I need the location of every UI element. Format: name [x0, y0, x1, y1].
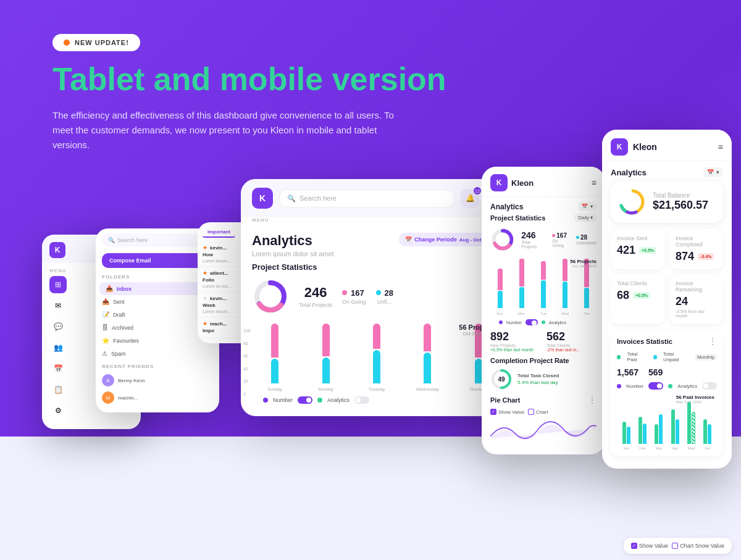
ps2-stat-unfinished: 28 Unfinished	[576, 234, 597, 245]
ps2-bar-p4	[563, 259, 567, 281]
completion-section: Completion Project Rate 49 Total Task Cl…	[482, 352, 605, 390]
total-unpaid-label: Total Unpaid	[663, 351, 689, 362]
search-icon-center: 🔍	[287, 194, 296, 203]
pie-section: Pie Chart ⋮ Show Value Chart	[482, 390, 605, 448]
rbc-g-jun	[701, 395, 714, 444]
total-task-label: Total Task Closed	[517, 373, 559, 378]
bar-cyan-sunday	[271, 359, 278, 383]
new-projects-change: +0.5% than last month	[490, 348, 540, 352]
analytics2-title: Analytics	[490, 203, 523, 211]
sent-icon: 📤	[102, 298, 109, 305]
snow-show-value-check	[631, 543, 637, 549]
stats-row: 246 Total Projects 167 On Going 28 Unfi.…	[252, 278, 501, 315]
toggle-number-label: Number	[273, 397, 293, 403]
device-analytics-center: K 🔍 Search here 🔔 12 👥 5 MENU Analytics …	[241, 179, 513, 416]
rbc-green-mar	[655, 424, 658, 444]
total-clients-change: -2% than last m...	[546, 348, 597, 352]
center-menu-label: MENU	[241, 217, 513, 225]
center-search-placeholder: Search here	[299, 194, 337, 202]
email-sender-2: allient...	[210, 270, 228, 276]
inbox-icon: 📥	[106, 285, 113, 292]
sidebar-nav-dashboard[interactable]: ⊞	[49, 276, 67, 293]
folders-search[interactable]: 🔍 Search here	[102, 233, 213, 247]
inv-more-icon[interactable]: ⋮	[708, 336, 717, 346]
star-icon-1: ★	[203, 244, 207, 251]
y-axis: 100 80 60 40 20 0	[243, 328, 251, 396]
total-projects-num: 246	[299, 285, 332, 301]
show-value-checkbox[interactable]: Show Value	[490, 409, 524, 415]
ps2-daily[interactable]: Daily ▾	[574, 214, 597, 222]
inv-stat-controls: ⋮	[708, 336, 717, 346]
analytics-title-row: Analytics Lorem ipsum dolor sit amet 📅 C…	[241, 225, 513, 262]
analytics2-header: Analytics 📅 ▾	[482, 197, 605, 214]
rbc-teal-jun	[708, 424, 711, 444]
rbc-labels: Jan Feb Mar Apr May Jun	[617, 444, 717, 450]
inv-numbers: 1,567 569	[617, 367, 717, 377]
sidebar-nav-mail[interactable]: ✉	[49, 297, 67, 314]
ps2-bg-2	[512, 259, 532, 308]
project-stats-section: Project Statistics 246 Total Projects 16…	[241, 262, 513, 315]
favourites-icon: ⭐	[102, 337, 109, 344]
right-analytics-header: Analytics 📅 ▾	[602, 161, 732, 181]
ps2-donut-chart	[490, 227, 515, 253]
center-search[interactable]: 🔍 Search here	[279, 190, 454, 207]
snow-show-value-label: Show Value	[639, 543, 668, 549]
ps2-stat-ongoing: 167 On Going	[552, 232, 570, 248]
completion-num: 49	[498, 376, 504, 383]
chart-snow-show-value[interactable]: Show Value	[631, 543, 668, 549]
invoice-completed-label: Invoice Completed	[676, 235, 717, 248]
pie-title: Pie Chart	[490, 396, 520, 404]
ps2-bar-chart-wrapper: 56 Projects Oct 14th, 2020	[490, 259, 597, 308]
invoice-grid: Invoice Sent 421 +0.5% Invoice Completed…	[602, 229, 732, 324]
ps2-ongoing-label: On Going	[552, 239, 570, 248]
inv-number-toggle[interactable]	[648, 382, 663, 390]
invoice-completed-row: 874 -0.4%	[676, 250, 717, 263]
invoice-remaining-value: 24	[676, 295, 688, 308]
sidebar-nav-chat[interactable]: 💬	[49, 318, 67, 335]
completion-row: 49 Total Task Closed 5.4% than last day	[490, 368, 597, 390]
badge-dot	[64, 40, 70, 46]
date-filter-right2[interactable]: 📅 ▾	[578, 202, 597, 211]
center-header: K 🔍 Search here 🔔 12 👥 5	[241, 179, 513, 217]
chart-checkbox[interactable]: Chart	[528, 409, 548, 415]
hamburger-right2[interactable]: ≡	[592, 178, 597, 188]
ps2-toggle-dot2	[542, 320, 545, 324]
chart-label-pc: Chart	[536, 409, 548, 415]
calendar-icon: 📅	[405, 236, 412, 243]
compose-email-button[interactable]: Compose Email	[102, 253, 213, 268]
hamburger-right[interactable]: ≡	[718, 142, 723, 152]
sidebar-nav-settings[interactable]: ⚙	[49, 402, 67, 419]
ps2-toggle-switch[interactable]	[525, 319, 538, 325]
np-row: 892 New Projects +0.5% than last month 5…	[490, 330, 597, 352]
email-tab-important[interactable]: Important	[203, 227, 235, 238]
show-value-label: Show Value	[498, 409, 524, 415]
sidebar-nav-calendar[interactable]: 📅	[49, 360, 67, 377]
inv-analytics-toggle[interactable]	[702, 382, 717, 390]
sidebar-nav-users[interactable]: 👥	[49, 339, 67, 356]
archive-icon: 🗄	[102, 324, 108, 331]
monthly-filter[interactable]: Monthly	[695, 354, 717, 361]
ps2-bar-p3	[541, 261, 546, 280]
invoice-remaining-card: Invoice Remaining 24 -0.5% from last mon…	[669, 274, 723, 324]
stat-unfinished: 28 Unfi...	[376, 288, 393, 305]
right-date-filter[interactable]: 📅 ▾	[703, 167, 723, 177]
unfinished-dot	[376, 290, 381, 295]
notification-bell[interactable]: 🔔 12	[461, 189, 479, 207]
right-analytics-title: Analytics	[611, 168, 647, 177]
inv-analytics-label: Analytics	[677, 383, 697, 389]
bar-group-sunday: Sunday	[252, 324, 298, 391]
total-clients-card: 562 Total Clients -2% than last m...	[546, 330, 597, 352]
invoices-statistic: Invoices Statistic ⋮ Total Paid Total Un…	[611, 330, 723, 456]
ps2-total-label: Total Projects	[521, 240, 546, 249]
inv-number-dot	[617, 384, 621, 388]
chart-snow-chart[interactable]: Chart Snow Value	[672, 543, 724, 549]
pie-more-icon[interactable]: ⋮	[588, 395, 597, 405]
toggle-analytics-switch[interactable]	[354, 396, 369, 404]
toggle-number-switch[interactable]	[298, 396, 312, 404]
kleon-brand-right: K Kleon	[611, 138, 657, 156]
device-balance-invoice: K Kleon ≡ Analytics 📅 ▾ Total Balance $2…	[602, 130, 732, 469]
right2-header: K Kleon ≡	[482, 167, 605, 197]
sidebar-nav-docs[interactable]: 📋	[49, 381, 67, 398]
folder-spam[interactable]: ⚠ Spam	[96, 347, 219, 360]
rbc-green-feb	[638, 417, 642, 444]
